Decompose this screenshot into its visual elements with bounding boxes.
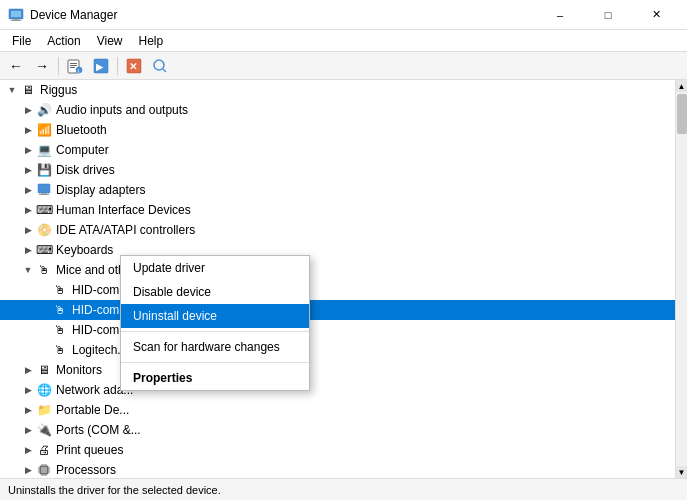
back-button[interactable]: ← [4,55,28,77]
minimize-button[interactable]: – [537,4,583,26]
tree-item-keyboards[interactable]: ▶ ⌨ Keyboards [0,240,675,260]
svg-rect-1 [11,11,21,17]
close-button[interactable]: ✕ [633,4,679,26]
ctx-update-driver[interactable]: Update driver [121,256,309,280]
tree-item-hid-com1[interactable]: 🖱 HID-com... [0,300,675,320]
keyboards-label: Keyboards [56,243,113,257]
toolbar-separator-2 [117,57,118,75]
tree-item-ports[interactable]: ▶ 🔌 Ports (COM &... [0,420,675,440]
network-expand[interactable]: ▶ [20,382,36,398]
svg-rect-18 [39,194,49,195]
scroll-down[interactable]: ▼ [676,466,688,478]
tree-item-disk[interactable]: ▶ 💾 Disk drives [0,160,675,180]
ports-icon: 🔌 [36,422,52,438]
hid-icon: ⌨ [36,202,52,218]
print-expand[interactable]: ▶ [20,442,36,458]
audio-expand[interactable]: ▶ [20,102,36,118]
menu-action[interactable]: Action [39,32,88,50]
disk-label: Disk drives [56,163,115,177]
hid-expand[interactable]: ▶ [20,202,36,218]
disk-icon: 💾 [36,162,52,178]
scroll-thumb[interactable] [677,94,687,134]
maximize-button[interactable]: □ [585,4,631,26]
network-icon: 🌐 [36,382,52,398]
ports-expand[interactable]: ▶ [20,422,36,438]
status-bar: Uninstalls the driver for the selected d… [0,478,687,500]
toolbar-separator-1 [58,57,59,75]
menu-help[interactable]: Help [131,32,172,50]
print-label: Print queues [56,443,123,457]
ide-label: IDE ATA/ATAPI controllers [56,223,195,237]
ctx-properties[interactable]: Properties [121,366,309,390]
ctx-disable-device[interactable]: Disable device [121,280,309,304]
title-bar: Device Manager – □ ✕ [0,0,687,30]
portable-expand[interactable]: ▶ [20,402,36,418]
bluetooth-icon: 📶 [36,122,52,138]
device-tree[interactable]: ▼ 🖥 Riggus ▶ 🔊 Audio inputs and outputs … [0,80,675,478]
monitors-expand[interactable]: ▶ [20,362,36,378]
svg-line-15 [163,69,166,72]
computer-expand[interactable]: ▶ [20,142,36,158]
tree-item-hid-mouse[interactable]: 🖱 HID-compliant mouse [0,280,675,300]
hid-com2-icon: 🖱 [52,322,68,338]
svg-rect-6 [70,65,77,66]
tree-root[interactable]: ▼ 🖥 Riggus [0,80,675,100]
mice-expand[interactable]: ▼ [20,262,36,278]
root-label: Riggus [40,83,77,97]
app-icon [8,7,24,23]
tree-item-network[interactable]: ▶ 🌐 Network ada... [0,380,675,400]
monitors-label: Monitors [56,363,102,377]
tree-item-logitech[interactable]: 🖱 Logitech... [0,340,675,360]
svg-rect-7 [70,67,75,68]
ide-expand[interactable]: ▶ [20,222,36,238]
print-icon: 🖨 [36,442,52,458]
window-controls: – □ ✕ [537,4,679,26]
display-label: Display adapters [56,183,145,197]
tree-item-display[interactable]: ▶ Display adapters [0,180,675,200]
svg-rect-5 [70,63,77,64]
keyboards-expand[interactable]: ▶ [20,242,36,258]
tree-item-hid-com2[interactable]: 🖱 HID-com... [0,320,675,340]
tree-item-audio[interactable]: ▶ 🔊 Audio inputs and outputs [0,100,675,120]
tree-item-monitors[interactable]: ▶ 🖥 Monitors [0,360,675,380]
properties-button[interactable]: i [63,55,87,77]
bluetooth-expand[interactable]: ▶ [20,122,36,138]
svg-rect-20 [41,467,47,473]
uninstall-button[interactable]: ✕ [122,55,146,77]
display-expand[interactable]: ▶ [20,182,36,198]
main-area: ▼ 🖥 Riggus ▶ 🔊 Audio inputs and outputs … [0,80,687,478]
root-expand[interactable]: ▼ [4,82,20,98]
svg-rect-16 [38,184,50,193]
processors-icon [36,462,52,478]
tree-item-print[interactable]: ▶ 🖨 Print queues [0,440,675,460]
portable-icon: 📁 [36,402,52,418]
ctx-separator-2 [121,362,309,363]
window-title: Device Manager [30,8,537,22]
tree-item-mice[interactable]: ▼ 🖱 Mice and other pointing devices [0,260,675,280]
processors-expand[interactable]: ▶ [20,462,36,478]
bluetooth-label: Bluetooth [56,123,107,137]
ports-label: Ports (COM &... [56,423,141,437]
vertical-scrollbar[interactable]: ▲ ▼ [675,80,687,478]
scroll-up[interactable]: ▲ [676,80,688,92]
ctx-scan-hardware[interactable]: Scan for hardware changes [121,335,309,359]
logitech-icon: 🖱 [52,342,68,358]
computer-label: Computer [56,143,109,157]
tree-item-portable[interactable]: ▶ 📁 Portable De... [0,400,675,420]
svg-text:✕: ✕ [129,61,137,72]
ctx-uninstall-device[interactable]: Uninstall device [121,304,309,328]
keyboards-icon: ⌨ [36,242,52,258]
tree-item-hid[interactable]: ▶ ⌨ Human Interface Devices [0,200,675,220]
tree-item-ide[interactable]: ▶ 📀 IDE ATA/ATAPI controllers [0,220,675,240]
scan-button[interactable] [148,55,172,77]
menu-file[interactable]: File [4,32,39,50]
tree-item-bluetooth[interactable]: ▶ 📶 Bluetooth [0,120,675,140]
menu-view[interactable]: View [89,32,131,50]
portable-label: Portable De... [56,403,129,417]
tree-item-processors[interactable]: ▶ Proces [0,460,675,478]
tree-item-computer[interactable]: ▶ 💻 Computer [0,140,675,160]
svg-rect-3 [11,20,21,21]
forward-button[interactable]: → [30,55,54,77]
disk-expand[interactable]: ▶ [20,162,36,178]
update-driver-button[interactable]: ▶ [89,55,113,77]
